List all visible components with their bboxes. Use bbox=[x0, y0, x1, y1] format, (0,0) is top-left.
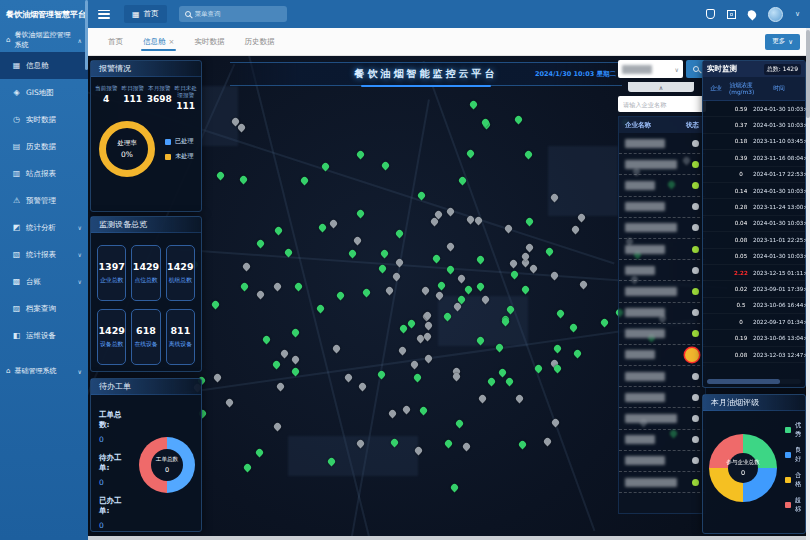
map-pin-online[interactable] bbox=[238, 174, 248, 184]
realtime-row[interactable]: 0.18 2023-11-10 03:45:00 bbox=[703, 134, 805, 150]
map-pin-offline[interactable] bbox=[212, 372, 222, 382]
map-pin-offline[interactable] bbox=[279, 349, 289, 359]
flame-icon[interactable] bbox=[746, 8, 758, 20]
menu-icon[interactable] bbox=[98, 10, 110, 19]
map-pin-offline[interactable] bbox=[395, 258, 405, 268]
company-name-input[interactable] bbox=[618, 96, 706, 112]
map-pin-online[interactable] bbox=[523, 149, 533, 159]
sidebar-item[interactable]: ▥ 站点报表 ∨ bbox=[0, 160, 88, 187]
map-pin-online[interactable] bbox=[476, 282, 486, 292]
map-pin-offline[interactable] bbox=[423, 354, 433, 364]
map-pin-online[interactable] bbox=[377, 263, 387, 273]
company-row[interactable] bbox=[619, 451, 705, 472]
realtime-row[interactable]: 0.59 2024-01-30 10:03:00 bbox=[703, 101, 805, 117]
map-pin-offline[interactable] bbox=[421, 285, 431, 295]
map-pin-online[interactable] bbox=[553, 343, 563, 353]
map-pin-offline[interactable] bbox=[256, 289, 266, 299]
chevron-down-icon[interactable]: ∨ bbox=[795, 10, 800, 18]
page-scrollbar-thumb[interactable] bbox=[806, 30, 810, 118]
map-pin-online[interactable] bbox=[273, 225, 283, 235]
device-stat-box[interactable]: 1429 点位总数 bbox=[131, 245, 160, 301]
company-row[interactable] bbox=[619, 281, 705, 302]
map-pin-online[interactable] bbox=[355, 149, 365, 159]
map-pin-online[interactable] bbox=[356, 209, 366, 219]
sidebar-item[interactable]: ▩ 台账 ∨ bbox=[0, 268, 88, 295]
map-pin-online[interactable] bbox=[262, 335, 272, 345]
map-pin-offline[interactable] bbox=[272, 422, 282, 432]
scrollbar-thumb[interactable] bbox=[707, 379, 780, 384]
map-pin-online[interactable] bbox=[513, 115, 523, 125]
company-row[interactable] bbox=[619, 408, 705, 429]
home-chip[interactable]: ▦ 首页 bbox=[124, 5, 167, 23]
company-row[interactable] bbox=[619, 345, 705, 366]
map-pin-offline[interactable] bbox=[457, 273, 467, 283]
company-row[interactable] bbox=[619, 218, 705, 239]
realtime-row[interactable]: 0.19 2023-10-06 13:04:00 bbox=[703, 330, 805, 346]
map-pin-online[interactable] bbox=[362, 287, 372, 297]
map-pin-offline[interactable] bbox=[225, 397, 235, 407]
sidebar-item[interactable]: ◩ 统计分析 ∨ bbox=[0, 214, 88, 241]
map-pin-offline[interactable] bbox=[529, 264, 539, 274]
tab[interactable]: 实时数据 × bbox=[184, 28, 234, 55]
realtime-row[interactable]: 2.22 2023-12-15 01:11:00 bbox=[703, 265, 805, 281]
close-icon[interactable]: × bbox=[169, 38, 175, 46]
map-pin-online[interactable] bbox=[406, 319, 416, 329]
sidebar-item[interactable]: ▤ 历史数据 ∨ bbox=[0, 133, 88, 160]
map-pin-offline[interactable] bbox=[398, 346, 408, 356]
map-pin-offline[interactable] bbox=[477, 394, 487, 404]
map-pin-online[interactable] bbox=[521, 285, 531, 295]
map-pin-online[interactable] bbox=[418, 406, 428, 416]
map-pin-online[interactable] bbox=[504, 377, 514, 387]
device-stat-box[interactable]: 1397 企业总数 bbox=[97, 245, 126, 301]
realtime-row[interactable]: 0.5 2023-10-06 16:44:00 bbox=[703, 298, 805, 314]
map-pin-offline[interactable] bbox=[391, 271, 401, 281]
map-pin-online[interactable] bbox=[450, 482, 460, 492]
map-pin-online[interactable] bbox=[510, 270, 520, 280]
map-pin-online[interactable] bbox=[215, 171, 225, 181]
device-stat-box[interactable]: 1429 设备总数 bbox=[97, 309, 126, 365]
map-pin-offline[interactable] bbox=[508, 259, 518, 269]
map-pin-online[interactable] bbox=[497, 367, 507, 377]
map-pin-online[interactable] bbox=[469, 100, 479, 110]
company-row[interactable] bbox=[619, 366, 705, 387]
menu-search-input[interactable] bbox=[195, 10, 275, 18]
company-row[interactable] bbox=[619, 260, 705, 281]
map-pin-offline[interactable] bbox=[503, 224, 513, 234]
device-stat-box[interactable]: 618 在线设备 bbox=[131, 309, 160, 365]
avatar[interactable] bbox=[768, 7, 783, 22]
company-row[interactable] bbox=[619, 472, 705, 493]
map-pin-online[interactable] bbox=[444, 439, 454, 449]
map-pin-online[interactable] bbox=[517, 439, 527, 449]
map-pin-online[interactable] bbox=[476, 254, 486, 264]
map-pin-offline[interactable] bbox=[331, 343, 341, 353]
company-row[interactable] bbox=[619, 324, 705, 345]
sidebar-item[interactable]: ▦ 信息舱 ∨ bbox=[0, 52, 88, 79]
map-pin-online[interactable] bbox=[600, 317, 610, 327]
map-pin-online[interactable] bbox=[336, 290, 346, 300]
company-row[interactable] bbox=[619, 387, 705, 408]
tab[interactable]: 首页 × bbox=[98, 28, 133, 55]
map-pin-online[interactable] bbox=[317, 223, 327, 233]
map-pin-online[interactable] bbox=[555, 308, 565, 318]
sidebar-item[interactable]: ▧ 统计报表 ∨ bbox=[0, 241, 88, 268]
map-pin-offline[interactable] bbox=[423, 321, 433, 331]
company-row[interactable] bbox=[619, 197, 705, 218]
map-pin-online[interactable] bbox=[455, 419, 465, 429]
map-pin-online[interactable] bbox=[432, 253, 442, 263]
map-pin-online[interactable] bbox=[300, 175, 310, 185]
map-pin-offline[interactable] bbox=[343, 372, 353, 382]
map-pin-online[interactable] bbox=[463, 285, 473, 295]
map-pin-offline[interactable] bbox=[329, 218, 339, 228]
sidebar-item-base-system[interactable]: ⌂ 基础管理系统 ∨ bbox=[0, 359, 88, 383]
collapse-handle[interactable]: ∧ bbox=[628, 82, 694, 92]
map-pin-offline[interactable] bbox=[446, 241, 456, 251]
map-pin-offline[interactable] bbox=[402, 405, 412, 415]
trophy-icon[interactable] bbox=[706, 9, 715, 19]
realtime-row[interactable]: 0.04 2024-01-30 10:03:00 bbox=[703, 216, 805, 232]
realtime-row[interactable]: 0.02 2023-09-01 17:39:00 bbox=[703, 281, 805, 297]
map-pin-online[interactable] bbox=[573, 349, 583, 359]
map-pin-online[interactable] bbox=[255, 448, 265, 458]
sidebar-item[interactable]: ◈ GIS地图 ∨ bbox=[0, 79, 88, 106]
realtime-row[interactable]: 0.28 2023-11-24 13:00:00 bbox=[703, 199, 805, 215]
map-pin-offline[interactable] bbox=[515, 393, 525, 403]
